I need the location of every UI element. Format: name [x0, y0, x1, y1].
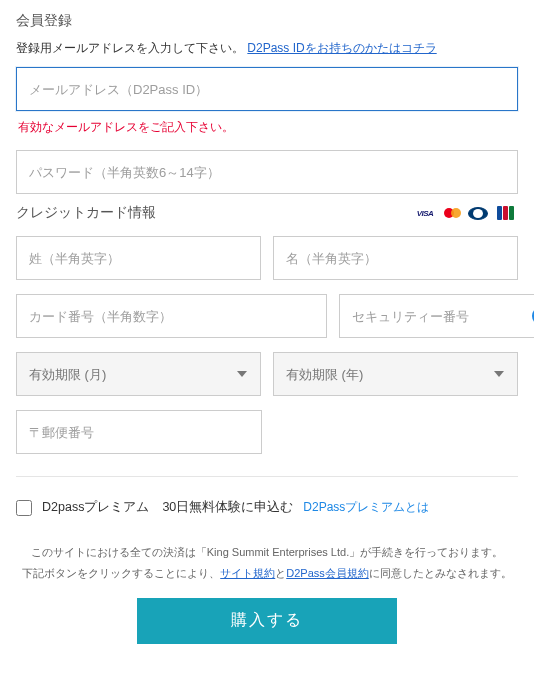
cvv-wrapper: ?: [339, 294, 534, 338]
card-number-field[interactable]: [16, 294, 327, 338]
exp-month-select[interactable]: 有効期限 (月): [16, 352, 261, 396]
first-name-field[interactable]: [273, 236, 518, 280]
premium-checkbox-label: D2passプレミアム 30日無料体験に申込む: [42, 499, 293, 516]
email-field[interactable]: [16, 67, 518, 111]
premium-checkbox[interactable]: [16, 500, 32, 516]
diners-icon: [468, 207, 488, 220]
footer-line2-mid: と: [275, 567, 286, 579]
site-terms-link[interactable]: サイト規約: [220, 567, 275, 579]
d2pass-existing-link[interactable]: D2Pass IDをお持ちのかたはコチラ: [247, 41, 436, 55]
exp-year-select[interactable]: 有効期限 (年): [273, 352, 518, 396]
cvv-field[interactable]: [340, 295, 532, 337]
divider: [16, 476, 518, 477]
footer-line2-pre: 下記ボタンをクリックすることにより、: [22, 567, 220, 579]
visa-icon: VISA: [412, 205, 438, 221]
mastercard-icon: [442, 205, 464, 221]
subtitle-line: 登録用メールアドレスを入力して下さい。 D2Pass IDをお持ちのかたはコチラ: [16, 40, 518, 57]
premium-row: D2passプレミアム 30日無料体験に申込む D2Passプレミアムとは: [16, 499, 518, 516]
premium-info-link[interactable]: D2Passプレミアムとは: [303, 499, 429, 516]
subtitle-text: 登録用メールアドレスを入力して下さい。: [16, 41, 244, 55]
footer-disclaimer: このサイトにおける全ての決済は「King Summit Enterprises …: [16, 542, 518, 584]
footer-line1: このサイトにおける全ての決済は「King Summit Enterprises …: [31, 546, 503, 558]
footer-line2-post: に同意したとみなされます。: [369, 567, 512, 579]
d2pass-terms-link[interactable]: D2Pass会員規約: [286, 567, 369, 579]
last-name-field[interactable]: [16, 236, 261, 280]
cc-section-title: クレジットカード情報: [16, 204, 156, 222]
jcb-icon: [492, 205, 518, 221]
email-error-message: 有効なメールアドレスをご記入下さい。: [18, 119, 518, 136]
accepted-cards: VISA: [412, 205, 518, 221]
purchase-button[interactable]: 購入する: [137, 598, 397, 644]
page-title: 会員登録: [16, 12, 518, 30]
postal-code-field[interactable]: [16, 410, 262, 454]
password-field[interactable]: [16, 150, 518, 194]
